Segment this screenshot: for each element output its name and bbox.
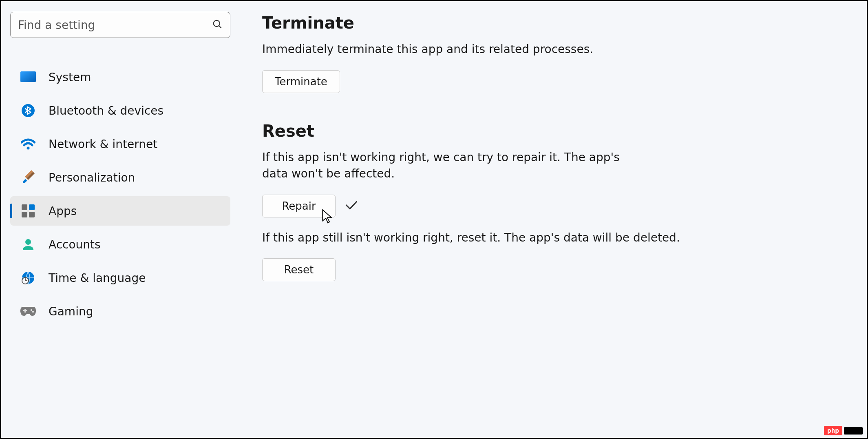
- watermark-strip: [844, 427, 863, 435]
- check-icon: [345, 200, 358, 212]
- svg-rect-3: [20, 71, 36, 82]
- search-icon: [212, 19, 223, 31]
- gamepad-icon: [19, 302, 37, 320]
- sidebar-item-bluetooth[interactable]: Bluetooth & devices: [10, 96, 230, 125]
- monitor-icon: [19, 68, 37, 86]
- reset-description: If this app still isn't working right, r…: [262, 230, 850, 246]
- svg-point-10: [25, 239, 31, 245]
- sidebar: System Bluetooth & devices: [1, 1, 238, 438]
- terminate-heading: Terminate: [262, 13, 850, 32]
- sidebar-item-label: Bluetooth & devices: [49, 104, 163, 118]
- sidebar-item-label: Apps: [49, 204, 77, 218]
- reset-button[interactable]: Reset: [262, 258, 336, 281]
- sidebar-item-label: Accounts: [49, 238, 101, 251]
- watermark-text: php: [824, 426, 842, 435]
- bluetooth-icon: [19, 102, 37, 120]
- watermark: php: [824, 426, 863, 435]
- sidebar-item-gaming[interactable]: Gaming: [10, 297, 230, 326]
- sidebar-item-label: Gaming: [49, 305, 93, 318]
- brush-icon: [19, 169, 37, 186]
- reset-heading: Reset: [262, 122, 850, 140]
- terminate-description: Immediately terminate this app and its r…: [262, 41, 629, 58]
- sidebar-item-network[interactable]: Network & internet: [10, 129, 230, 159]
- svg-point-5: [27, 147, 30, 150]
- content-pane: Terminate Immediately terminate this app…: [238, 1, 867, 438]
- sidebar-nav: System Bluetooth & devices: [10, 62, 230, 326]
- repair-row: Repair: [262, 195, 850, 217]
- person-icon: [19, 235, 37, 253]
- repair-description: If this app isn't working right, we can …: [262, 149, 629, 182]
- sidebar-item-apps[interactable]: Apps: [10, 196, 230, 226]
- svg-rect-8: [22, 212, 27, 217]
- settings-window: System Bluetooth & devices: [0, 0, 868, 439]
- svg-point-0: [214, 20, 220, 27]
- reset-section: Reset If this app isn't working right, w…: [262, 122, 850, 282]
- terminate-button[interactable]: Terminate: [262, 70, 340, 93]
- svg-rect-7: [29, 204, 35, 210]
- globe-icon: [19, 269, 37, 287]
- sidebar-item-accounts[interactable]: Accounts: [10, 230, 230, 259]
- apps-icon: [19, 202, 37, 220]
- sidebar-item-label: Personalization: [49, 171, 135, 184]
- svg-point-14: [31, 309, 33, 311]
- svg-rect-17: [24, 309, 26, 313]
- sidebar-item-personalization[interactable]: Personalization: [10, 163, 230, 192]
- svg-point-15: [32, 311, 34, 313]
- sidebar-item-label: Network & internet: [49, 137, 157, 151]
- repair-button[interactable]: Repair: [262, 195, 336, 217]
- wifi-icon: [19, 135, 37, 153]
- search-input[interactable]: [18, 18, 212, 32]
- sidebar-item-system[interactable]: System: [10, 62, 230, 92]
- sidebar-item-label: Time & language: [49, 271, 146, 285]
- svg-line-1: [219, 26, 221, 28]
- svg-rect-6: [22, 204, 27, 210]
- sidebar-item-label: System: [49, 71, 91, 84]
- search-box[interactable]: [10, 12, 230, 38]
- terminate-section: Terminate Immediately terminate this app…: [262, 13, 850, 93]
- sidebar-item-time[interactable]: Time & language: [10, 263, 230, 293]
- svg-rect-9: [29, 212, 35, 217]
